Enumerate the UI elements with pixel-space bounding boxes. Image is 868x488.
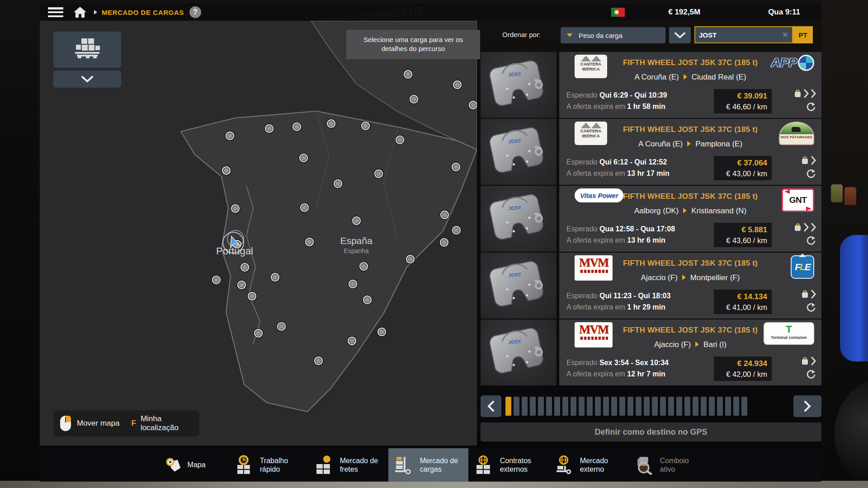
map-city-dot[interactable] — [299, 154, 308, 162]
page-block[interactable] — [538, 397, 544, 416]
page-block[interactable] — [603, 397, 609, 416]
page-block[interactable] — [611, 397, 617, 416]
map-city-dot[interactable] — [314, 357, 323, 365]
map-city-dot[interactable] — [300, 203, 309, 212]
clear-search-icon[interactable]: ✕ — [782, 30, 788, 40]
nav-item-map[interactable]: Mapa — [160, 448, 228, 482]
map-city-dot[interactable] — [374, 169, 383, 178]
map-city-dot[interactable] — [222, 166, 231, 175]
map-city-dot[interactable] — [406, 255, 415, 263]
cargo-card[interactable]: JOST CANTERAIBÉRICA FIFTH WHEEL JOST JSK… — [481, 52, 821, 118]
home-icon[interactable] — [73, 6, 87, 18]
map-city-dot[interactable] — [453, 80, 462, 89]
nav-item-extmarket[interactable]: Mercado externo — [548, 448, 628, 482]
cargo-card[interactable]: JOST Vitas Power FIFTH WHEEL JOST JSK 37… — [481, 186, 821, 252]
page-block[interactable] — [514, 397, 519, 416]
map-city-dot[interactable] — [292, 122, 301, 131]
recipient-logo: APP — [771, 55, 814, 71]
map-city-dot[interactable] — [271, 273, 279, 282]
cargo-weight-icon — [801, 290, 809, 299]
page-block[interactable] — [733, 397, 739, 416]
search-input[interactable] — [695, 31, 782, 39]
map-city-dot[interactable] — [349, 280, 357, 288]
page-block[interactable] — [701, 397, 707, 416]
page-block[interactable] — [652, 397, 658, 416]
map-city-dot[interactable] — [361, 122, 370, 130]
cargo-card[interactable]: JOST CANTERAIBÉRICA FIFTH WHEEL JOST JSK… — [481, 119, 821, 185]
page-block[interactable] — [668, 397, 674, 416]
map-city-dot[interactable] — [396, 136, 404, 144]
page-block[interactable] — [741, 397, 747, 416]
page-block[interactable] — [636, 397, 642, 416]
map-city-dot[interactable] — [348, 337, 356, 345]
page-block[interactable] — [725, 397, 731, 416]
page-block[interactable] — [676, 397, 682, 416]
page-next-button[interactable] — [793, 395, 821, 417]
page-block[interactable] — [709, 397, 715, 416]
cargo-property-icons — [788, 156, 816, 178]
map-city-dot[interactable] — [410, 95, 418, 103]
page-prev-button[interactable] — [481, 395, 501, 417]
page-block[interactable] — [587, 397, 593, 416]
page-block[interactable] — [505, 397, 511, 416]
map-city-dot[interactable] — [254, 329, 263, 338]
map-city-dot[interactable] — [248, 292, 256, 300]
page-block[interactable] — [684, 397, 690, 416]
map-city-dot[interactable] — [363, 296, 372, 304]
map-city-dot[interactable] — [359, 262, 368, 271]
map-city-dot[interactable] — [452, 226, 461, 235]
page-block[interactable] — [546, 397, 552, 416]
map-city-dot[interactable] — [440, 211, 449, 219]
page-block[interactable] — [660, 397, 666, 416]
cargo-card[interactable]: JOST MVM FIFTH WHEEL JOST JSK 37C (185 t… — [481, 319, 821, 385]
map-city-dot[interactable] — [452, 163, 460, 171]
page-block[interactable] — [644, 397, 650, 416]
page-block[interactable] — [522, 397, 528, 416]
nav-item-freight[interactable]: Mercado de fretes — [308, 448, 388, 482]
page-block[interactable] — [571, 397, 576, 416]
map-city-dot[interactable] — [231, 204, 240, 213]
page-block[interactable] — [595, 397, 601, 416]
nav-item-convoy[interactable]: Comboio ativo — [628, 448, 708, 482]
page-block[interactable] — [619, 397, 625, 416]
map-city-dot[interactable] — [334, 179, 342, 188]
help-button[interactable]: ? — [189, 6, 201, 18]
page-block[interactable] — [579, 397, 585, 416]
map-city-dot[interactable] — [327, 119, 335, 128]
route-map[interactable]: Portugal España Espanha — [40, 21, 477, 446]
page-block[interactable] — [693, 397, 698, 416]
cargo-card[interactable]: JOST MVM FIFTH WHEEL JOST JSK 37C (185 t… — [481, 253, 821, 319]
page-block[interactable] — [530, 397, 536, 416]
sort-dropdown[interactable]: Peso da carga — [561, 27, 665, 43]
map-city-dot[interactable] — [265, 124, 274, 133]
filter-expand-button[interactable] — [53, 70, 121, 88]
language-button[interactable]: PT — [793, 26, 813, 43]
cargo-weight-icon — [801, 156, 809, 165]
nav-item-contracts[interactable]: Contratos externos — [468, 448, 548, 482]
my-location-label[interactable]: Minha localização — [141, 414, 190, 432]
page-block[interactable] — [717, 397, 723, 416]
cargo-type-filter-button[interactable] — [53, 32, 121, 68]
map-city-dot[interactable] — [212, 276, 221, 284]
sort-expand-button[interactable] — [669, 27, 691, 43]
nav-item-quickjob[interactable]: Trabalho rápido — [228, 448, 308, 482]
map-city-dot[interactable] — [404, 70, 412, 79]
map-city-dot[interactable] — [305, 238, 314, 246]
pagination-bar — [481, 395, 821, 417]
chevron-down-icon — [675, 32, 685, 38]
set-gps-destination-button[interactable]: Definir como destino no GPS — [481, 422, 821, 441]
map-city-dot[interactable] — [241, 263, 249, 272]
map-city-dot[interactable] — [352, 216, 361, 225]
map-city-dot[interactable] — [440, 238, 448, 247]
cargo-rate-per-km: € 42,00 / km — [718, 369, 767, 379]
map-city-dot[interactable] — [277, 322, 286, 331]
map-city-dot[interactable] — [226, 131, 234, 140]
page-block[interactable] — [554, 397, 560, 416]
nav-item-cargo[interactable]: Mercado de cargas — [388, 448, 468, 482]
map-city-dot[interactable] — [469, 101, 477, 109]
page-block[interactable] — [627, 397, 633, 416]
page-block[interactable] — [562, 397, 568, 416]
map-city-dot[interactable] — [377, 328, 386, 336]
menu-icon[interactable] — [48, 7, 63, 17]
map-city-dot[interactable] — [237, 281, 246, 289]
